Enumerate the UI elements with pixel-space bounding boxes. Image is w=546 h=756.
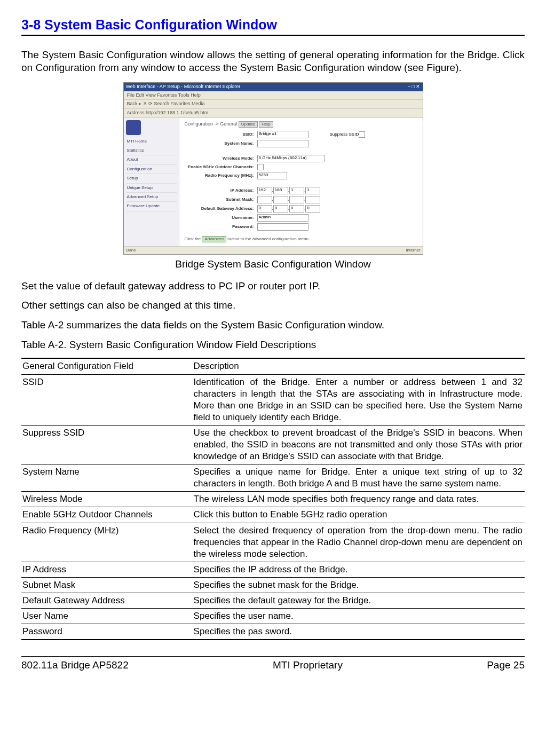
field-name-cell: Default Gateway Address <box>21 593 193 609</box>
body-paragraph: Other settings can also be changed at th… <box>21 299 525 312</box>
mask-octet-input[interactable] <box>273 196 288 203</box>
field-name-cell: SSID <box>21 374 193 425</box>
address-label: Address <box>127 110 145 115</box>
sidebar-item[interactable]: Firmware Update <box>126 202 177 211</box>
mask-octet-input[interactable] <box>289 196 304 203</box>
field-name-cell: Radio Frequency (MHz) <box>21 523 193 562</box>
field-desc-cell: Specifies the pas sword. <box>193 624 525 640</box>
gw-label: Default Gateway Address: <box>185 206 257 211</box>
browser-address-bar: Address http://192.168.1.1/setup5.htm <box>124 109 423 118</box>
wmode-label: Wireless Mode: <box>185 156 257 161</box>
sidebar-item[interactable]: Statistics <box>126 146 177 155</box>
enable5-checkbox[interactable] <box>257 164 264 170</box>
sidebar-brand: MTI Home <box>126 137 177 146</box>
table-row: Suppress SSIDUse the checkbox to prevent… <box>21 425 525 464</box>
config-form: Configuration -> General Update Help SSI… <box>179 118 423 246</box>
field-desc-cell: Specifies the subnet mask for the Bridge… <box>193 577 525 593</box>
username-label: Username: <box>185 215 257 220</box>
brand-logo-icon <box>126 120 141 135</box>
field-name-cell: Wireless Mode <box>21 492 193 507</box>
table-row: Default Gateway AddressSpecifies the def… <box>21 593 525 609</box>
table-row: SSIDIdentification of the Bridge. Enter … <box>21 374 525 425</box>
gw-octet-input[interactable]: 0 <box>273 205 288 212</box>
field-desc-cell: Select the desired frequency of operatio… <box>193 523 525 562</box>
suppress-ssid-label: Suppress SSID <box>330 132 359 137</box>
table-header-cell: General Configuration Field <box>21 358 193 374</box>
address-value: http://192.168.1.1/setup5.htm <box>146 110 208 115</box>
field-desc-cell: Use the checkbox to prevent broadcast of… <box>193 425 525 464</box>
sidebar-item[interactable]: Advanced Setup <box>126 193 177 202</box>
field-desc-cell: Specifies the IP address of the Bridge. <box>193 562 525 577</box>
field-desc-cell: Specifies a unique name for Bridge. Ente… <box>193 464 525 492</box>
ip-octet-input[interactable]: 192 <box>257 187 272 194</box>
table-header-row: General Configuration Field Description <box>21 358 525 374</box>
enable5-label: Enable 5GHz Outdoor Channels: <box>185 164 257 170</box>
ssid-label: SSID: <box>185 132 257 137</box>
table-row: IP AddressSpecifies the IP address of th… <box>21 562 525 577</box>
field-name-cell: User Name <box>21 609 193 624</box>
help-button[interactable]: Help <box>259 121 273 128</box>
table-row: System NameSpecifies a unique name for B… <box>21 464 525 492</box>
window-title: Web Interface - AP Setup - Microsoft Int… <box>126 84 241 90</box>
footer-right: Page 25 <box>487 659 525 672</box>
table-row: Wireless ModeThe wireless LAN mode speci… <box>21 492 525 507</box>
field-desc-cell: Click this button to Enable 5GHz radio o… <box>193 507 525 523</box>
mask-octet-input[interactable] <box>257 196 272 203</box>
field-desc-cell: Identification of the Bridge. Enter a nu… <box>193 374 525 425</box>
sidebar-item[interactable]: Unique Setup <box>126 184 177 193</box>
table-row: Enable 5GHz Outdoor ChannelsClick this b… <box>21 507 525 523</box>
intro-paragraph: The System Basic Configuration window al… <box>21 49 525 75</box>
ip-octet-input[interactable]: 1 <box>289 187 304 194</box>
field-name-cell: System Name <box>21 464 193 492</box>
body-paragraph: Table A-2 summarizes the data fields on … <box>21 319 525 332</box>
browser-toolbar: Back ▸ ✕ ⟳ Search Favorites Media <box>124 100 423 109</box>
table-header-cell: Description <box>193 358 525 374</box>
footer-center: MTI Proprietary <box>273 659 343 672</box>
breadcrumb: Configuration -> General <box>185 121 238 127</box>
field-name-cell: Suppress SSID <box>21 425 193 464</box>
screenshot-figure: Web Interface - AP Setup - Microsoft Int… <box>123 82 423 255</box>
sysname-label: System Name: <box>185 141 257 146</box>
field-name-cell: Subnet Mask <box>21 577 193 593</box>
password-input[interactable] <box>257 223 308 231</box>
sidebar-item[interactable]: Setup <box>126 174 177 183</box>
gw-octet-input[interactable]: 0 <box>305 205 320 212</box>
ip-octet-input[interactable]: 168 <box>273 187 288 194</box>
advanced-hint: Click the Advanced button to the advance… <box>185 236 417 242</box>
password-label: Password: <box>185 224 257 230</box>
update-button[interactable]: Update <box>239 121 258 128</box>
footer-left: 802.11a Bridge AP5822 <box>21 659 129 672</box>
table-title: Table A-2. System Basic Configuration Wi… <box>21 338 525 352</box>
browser-statusbar: Done Internet <box>124 246 423 254</box>
username-input[interactable]: Admin <box>257 214 308 222</box>
sysname-input[interactable] <box>257 140 308 147</box>
wmode-select[interactable]: 5 GHz 54Mbps (802.11a) <box>257 155 325 162</box>
browser-menubar: File Edit View Favorites Tools Help <box>124 91 423 100</box>
status-right: Internet <box>406 248 420 253</box>
field-desc-cell: The wireless LAN mode specifies both fre… <box>193 492 525 507</box>
ip-octet-input[interactable]: 1 <box>305 187 320 194</box>
mask-octet-input[interactable] <box>305 196 320 203</box>
sidebar-item[interactable]: Configuration <box>126 165 177 174</box>
field-name-cell: Password <box>21 624 193 640</box>
table-row: Radio Frequency (MHz)Select the desired … <box>21 523 525 562</box>
rf-label: Radio Frequency (MHz): <box>185 173 257 178</box>
field-description-table: General Configuration Field Description … <box>21 358 525 640</box>
ssid-input[interactable]: Bridge #1 <box>257 131 308 138</box>
table-row: Subnet MaskSpecifies the subnet mask for… <box>21 577 525 593</box>
window-controls-icon: − □ ✕ <box>408 84 421 90</box>
sidebar-item[interactable]: About <box>126 155 177 164</box>
advanced-button[interactable]: Advanced <box>202 236 226 242</box>
window-titlebar: Web Interface - AP Setup - Microsoft Int… <box>124 83 423 91</box>
rf-select[interactable]: 5250 <box>257 172 287 179</box>
status-left: Done <box>126 248 136 253</box>
gw-octet-input[interactable]: 0 <box>257 205 272 212</box>
figure-caption: Bridge System Basic Configuration Window <box>21 258 525 271</box>
mask-label: Subnet Mask: <box>185 197 257 202</box>
gw-octet-input[interactable]: 0 <box>289 205 304 212</box>
suppress-ssid-checkbox[interactable] <box>359 131 365 138</box>
field-desc-cell: Specifies the default gateway for the Br… <box>193 593 525 609</box>
field-name-cell: IP Address <box>21 562 193 577</box>
page-footer: 802.11a Bridge AP5822 MTI Proprietary Pa… <box>21 656 525 672</box>
field-desc-cell: Specifies the user name. <box>193 609 525 624</box>
